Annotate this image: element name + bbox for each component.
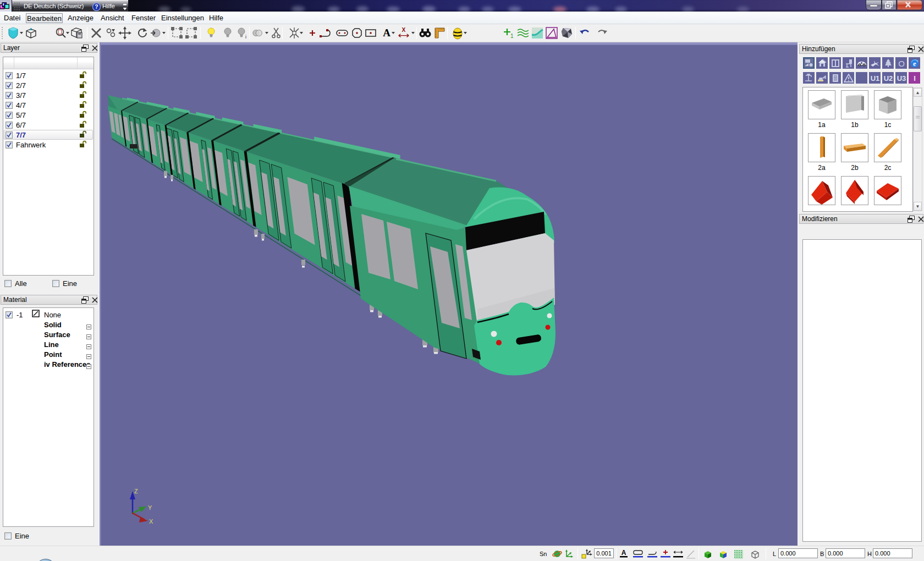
svg-text:A: A	[383, 28, 391, 38]
svg-text:U2: U2	[883, 74, 893, 82]
svg-text:U1: U1	[870, 74, 879, 82]
svg-text:z: z	[30, 26, 32, 31]
svg-text:1: 1	[510, 33, 514, 39]
svg-text:X: X	[402, 27, 406, 33]
svg-text:O: O	[898, 59, 905, 68]
svg-text:?: ?	[95, 4, 98, 10]
svg-text:Y: Y	[148, 504, 152, 511]
svg-text:Z: Z	[134, 488, 138, 494]
svg-text:e: e	[913, 59, 916, 68]
svg-text:I: I	[914, 74, 916, 82]
svg-text:A: A	[622, 549, 626, 557]
svg-text:i: i	[245, 34, 246, 39]
svg-text:X: X	[149, 518, 153, 525]
svg-text:U3: U3	[897, 74, 906, 82]
